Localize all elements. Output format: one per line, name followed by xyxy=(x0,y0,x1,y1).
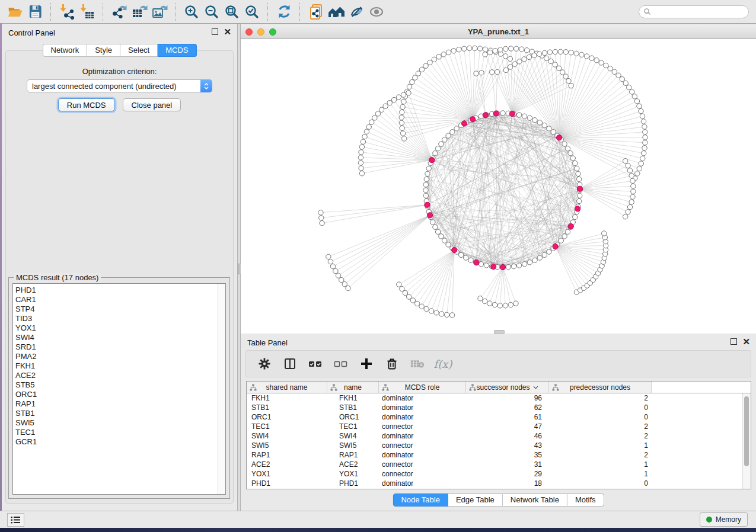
mcds-result-item[interactable]: FKH1 xyxy=(15,361,225,371)
function-builder-button[interactable]: f(x) xyxy=(435,356,451,371)
mcds-result-item[interactable]: SRD1 xyxy=(15,342,225,352)
table-tab-node-table[interactable]: Node Table xyxy=(393,493,448,507)
column-header-predecessor-nodes[interactable]: predecessor nodes xyxy=(549,382,652,393)
show-graphics-details-button[interactable] xyxy=(366,2,387,21)
table-row[interactable]: RAP1RAP1dominator352 xyxy=(247,450,751,460)
zoom-in-button[interactable] xyxy=(181,2,202,21)
mcds-node xyxy=(491,264,496,269)
tab-network[interactable]: Network xyxy=(42,44,87,57)
table-row[interactable]: YOX1YOX1connector291 xyxy=(247,469,751,479)
split-view-button[interactable] xyxy=(282,356,298,371)
float-panel-icon[interactable] xyxy=(212,28,218,35)
table-tab-network-table[interactable]: Network Table xyxy=(503,493,567,507)
close-panel-button[interactable]: Close panel xyxy=(123,98,181,111)
memory-button[interactable]: Memory xyxy=(700,512,748,527)
close-panel-icon[interactable]: ✕ xyxy=(224,29,231,35)
mcds-result-item[interactable]: PHD1 xyxy=(15,286,225,295)
deselect-all-button[interactable] xyxy=(333,356,349,371)
table-row[interactable]: STB1STB1dominator620 xyxy=(247,403,751,412)
table-settings-button[interactable] xyxy=(257,356,272,371)
mcds-result-item[interactable]: SWI4 xyxy=(15,333,225,342)
zoom-selected-button[interactable] xyxy=(242,2,262,21)
select-all-button[interactable] xyxy=(308,356,323,371)
close-table-panel-icon[interactable]: ✕ xyxy=(742,339,750,345)
mcds-result-item[interactable]: ACE2 xyxy=(15,371,225,380)
delete-column-button[interactable] xyxy=(384,356,400,371)
mcds-result-item[interactable]: STP4 xyxy=(15,305,225,314)
table-row[interactable]: TEC1TEC1connector472 xyxy=(247,422,751,431)
cell-predecessor-nodes: 0 xyxy=(549,403,652,412)
task-history-button[interactable] xyxy=(7,513,24,527)
mcds-result-item[interactable]: STB1 xyxy=(15,409,225,418)
export-image-button[interactable] xyxy=(149,2,170,21)
table-tab-edge-table[interactable]: Edge Table xyxy=(448,493,503,507)
attribute-icon xyxy=(469,384,476,391)
refresh-view-button[interactable] xyxy=(274,2,294,21)
export-network-button[interactable] xyxy=(109,2,129,21)
tab-style[interactable]: Style xyxy=(87,44,120,57)
export-table-button[interactable] xyxy=(129,2,149,21)
add-column-button[interactable] xyxy=(359,356,374,371)
float-table-panel-icon[interactable] xyxy=(731,338,737,345)
search-input[interactable] xyxy=(651,7,742,17)
select-all-icon xyxy=(308,357,323,371)
table-row[interactable]: FKH1FKH1dominator962 xyxy=(247,393,751,403)
leaf-node xyxy=(444,312,449,317)
mcds-result-item[interactable]: CAR1 xyxy=(15,295,225,305)
optimization-criterion-select[interactable]: largest connected component (undirected) xyxy=(27,79,212,92)
table-row[interactable]: SWI5SWI5connector431 xyxy=(247,441,751,450)
leaf-node xyxy=(383,104,388,108)
search-field[interactable] xyxy=(639,5,749,18)
desktop-wallpaper-strip xyxy=(0,528,756,532)
share-network-file-button[interactable] xyxy=(306,2,326,21)
horizontal-splitter-handle[interactable] xyxy=(494,330,505,334)
mcds-result-item[interactable]: ORC1 xyxy=(15,390,225,399)
mcds-result-item[interactable]: TEC1 xyxy=(15,428,225,437)
table-tab-motifs[interactable]: Motifs xyxy=(567,493,604,507)
leaf-node xyxy=(634,99,639,104)
table-scrollbar-thumb[interactable] xyxy=(744,396,749,466)
hide-graphics-details-button[interactable] xyxy=(346,2,366,21)
import-table-button[interactable] xyxy=(77,2,97,21)
import-network-button[interactable] xyxy=(57,2,77,21)
column-header-mcds-role[interactable]: MCDS role xyxy=(379,382,466,393)
delete-table-button[interactable] xyxy=(410,356,425,371)
gear-icon xyxy=(257,357,272,371)
table-row[interactable]: SWI4SWI4dominator462 xyxy=(247,431,751,441)
node-table-body: FKH1FKH1dominator962STB1STB1dominator620… xyxy=(247,393,751,488)
column-header-name[interactable]: name xyxy=(327,382,379,393)
mcds-result-item[interactable]: TID3 xyxy=(15,314,225,323)
save-session-button[interactable] xyxy=(25,2,45,21)
mcds-result-item[interactable]: YOX1 xyxy=(15,323,225,333)
mcds-result-item[interactable]: STB5 xyxy=(15,380,225,390)
mcds-result-item[interactable]: PMA2 xyxy=(15,352,225,361)
table-row[interactable]: ORC1ORC1dominator610 xyxy=(247,412,751,422)
column-header-shared-name[interactable]: shared name xyxy=(247,382,327,393)
mcds-result-list[interactable]: PHD1CAR1STP4TID3YOX1SWI4SRD1PMA2FKH1ACE2… xyxy=(12,283,226,495)
table-scrollbar[interactable] xyxy=(742,393,751,489)
tab-mcds[interactable]: MCDS xyxy=(158,44,196,57)
ring-node xyxy=(527,260,532,265)
column-header-successor-nodes[interactable]: successor nodes xyxy=(466,382,549,393)
network-canvas[interactable] xyxy=(241,39,756,334)
network-manager-home-button[interactable] xyxy=(326,2,346,21)
table-row[interactable]: ACE2ACE2connector311 xyxy=(247,460,751,469)
network-titlebar[interactable]: YPA_prune.txt_1 xyxy=(241,25,756,39)
import-table-icon xyxy=(79,4,95,20)
zoom-fit-button[interactable] xyxy=(222,2,242,21)
zoom-out-button[interactable] xyxy=(202,2,222,21)
leaf-node xyxy=(358,161,363,165)
table-row[interactable]: PHD1PHD1dominator180 xyxy=(247,479,751,488)
leaf-node xyxy=(330,264,335,268)
network-view-window: YPA_prune.txt_1 xyxy=(241,25,756,334)
tab-select[interactable]: Select xyxy=(120,44,158,57)
open-file-button[interactable] xyxy=(5,2,25,21)
leaf-node xyxy=(616,73,621,78)
mcds-result-item[interactable]: RAP1 xyxy=(15,399,225,409)
mcds-result-item[interactable]: SWI5 xyxy=(15,418,225,428)
mcds-node xyxy=(474,260,479,265)
mcds-result-scrollbar[interactable] xyxy=(218,284,225,494)
mcds-result-item[interactable]: GCR1 xyxy=(15,437,225,447)
run-mcds-button[interactable]: Run MCDS xyxy=(58,98,115,111)
leaf-node xyxy=(635,171,640,176)
